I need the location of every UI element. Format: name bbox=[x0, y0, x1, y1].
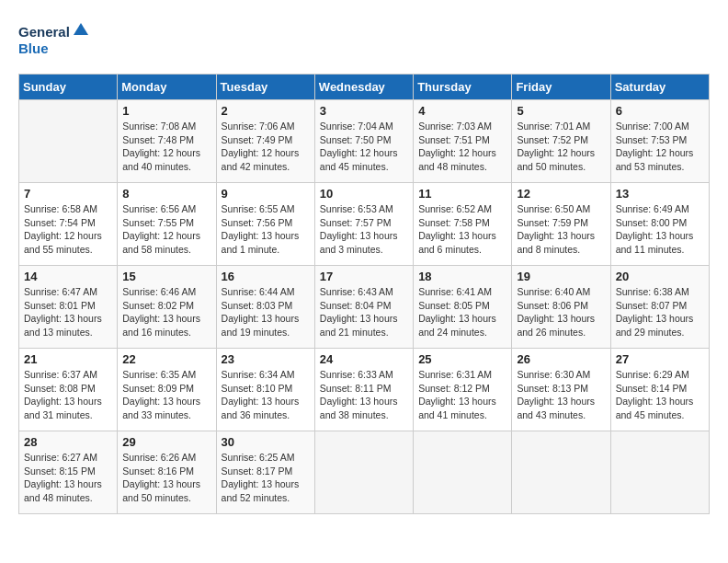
calendar-cell: 5Sunrise: 7:01 AM Sunset: 7:52 PM Daylig… bbox=[512, 100, 610, 183]
calendar-week-row: 21Sunrise: 6:37 AM Sunset: 8:08 PM Dayli… bbox=[19, 349, 710, 431]
day-number: 21 bbox=[24, 352, 112, 366]
day-info: Sunrise: 6:37 AM Sunset: 8:08 PM Dayligh… bbox=[24, 368, 112, 422]
day-info: Sunrise: 6:55 AM Sunset: 7:56 PM Dayligh… bbox=[222, 202, 310, 257]
calendar-cell: 25Sunrise: 6:31 AM Sunset: 8:12 PM Dayli… bbox=[414, 349, 512, 431]
day-number: 4 bbox=[418, 104, 506, 118]
calendar-cell: 29Sunrise: 6:26 AM Sunset: 8:16 PM Dayli… bbox=[118, 431, 216, 514]
page-header: General Blue bbox=[18, 18, 710, 64]
calendar-cell: 14Sunrise: 6:47 AM Sunset: 8:01 PM Dayli… bbox=[19, 266, 118, 349]
calendar-cell: 2Sunrise: 7:06 AM Sunset: 7:49 PM Daylig… bbox=[216, 100, 314, 183]
calendar-cell bbox=[314, 431, 413, 514]
calendar-cell: 15Sunrise: 6:46 AM Sunset: 8:02 PM Dayli… bbox=[118, 266, 216, 349]
day-number: 11 bbox=[418, 187, 506, 201]
calendar-cell: 10Sunrise: 6:53 AM Sunset: 7:57 PM Dayli… bbox=[314, 183, 413, 266]
day-number: 23 bbox=[222, 352, 310, 366]
day-number: 7 bbox=[24, 187, 112, 201]
day-number: 30 bbox=[222, 435, 310, 449]
calendar-table: SundayMondayTuesdayWednesdayThursdayFrid… bbox=[18, 74, 710, 514]
svg-text:General: General bbox=[18, 24, 70, 40]
day-number: 19 bbox=[517, 270, 605, 283]
calendar-week-row: 7Sunrise: 6:58 AM Sunset: 7:54 PM Daylig… bbox=[19, 183, 710, 266]
day-info: Sunrise: 6:26 AM Sunset: 8:16 PM Dayligh… bbox=[122, 451, 210, 505]
calendar-cell: 28Sunrise: 6:27 AM Sunset: 8:15 PM Dayli… bbox=[19, 431, 118, 514]
calendar-week-row: 14Sunrise: 6:47 AM Sunset: 8:01 PM Dayli… bbox=[19, 266, 710, 349]
weekday-header: Monday bbox=[118, 75, 216, 100]
day-number: 13 bbox=[616, 187, 704, 201]
weekday-header: Saturday bbox=[610, 75, 709, 100]
day-number: 26 bbox=[517, 352, 605, 366]
calendar-cell: 23Sunrise: 6:34 AM Sunset: 8:10 PM Dayli… bbox=[216, 349, 314, 431]
day-number: 27 bbox=[616, 352, 704, 366]
day-info: Sunrise: 6:46 AM Sunset: 8:02 PM Dayligh… bbox=[122, 285, 210, 339]
day-number: 14 bbox=[24, 270, 112, 283]
weekday-header: Wednesday bbox=[314, 75, 413, 100]
calendar-cell: 11Sunrise: 6:52 AM Sunset: 7:58 PM Dayli… bbox=[414, 183, 512, 266]
day-info: Sunrise: 6:40 AM Sunset: 8:06 PM Dayligh… bbox=[517, 285, 605, 339]
weekday-header: Friday bbox=[512, 75, 610, 100]
day-info: Sunrise: 6:44 AM Sunset: 8:03 PM Dayligh… bbox=[222, 285, 310, 339]
day-info: Sunrise: 6:52 AM Sunset: 7:58 PM Dayligh… bbox=[418, 202, 506, 257]
day-info: Sunrise: 7:00 AM Sunset: 7:53 PM Dayligh… bbox=[616, 120, 704, 174]
svg-text:Blue: Blue bbox=[18, 40, 49, 56]
calendar-cell: 21Sunrise: 6:37 AM Sunset: 8:08 PM Dayli… bbox=[19, 349, 118, 431]
day-info: Sunrise: 6:27 AM Sunset: 8:15 PM Dayligh… bbox=[24, 451, 112, 505]
calendar-cell: 27Sunrise: 6:29 AM Sunset: 8:14 PM Dayli… bbox=[610, 349, 709, 431]
calendar-cell bbox=[610, 431, 709, 514]
day-info: Sunrise: 6:56 AM Sunset: 7:55 PM Dayligh… bbox=[122, 202, 210, 257]
weekday-header: Tuesday bbox=[216, 75, 314, 100]
day-number: 1 bbox=[122, 104, 210, 118]
day-info: Sunrise: 6:43 AM Sunset: 8:04 PM Dayligh… bbox=[320, 285, 408, 339]
day-number: 24 bbox=[320, 352, 408, 366]
calendar-cell: 13Sunrise: 6:49 AM Sunset: 8:00 PM Dayli… bbox=[610, 183, 709, 266]
day-number: 6 bbox=[616, 104, 704, 118]
day-info: Sunrise: 6:38 AM Sunset: 8:07 PM Dayligh… bbox=[616, 285, 704, 339]
calendar-cell: 9Sunrise: 6:55 AM Sunset: 7:56 PM Daylig… bbox=[216, 183, 314, 266]
day-info: Sunrise: 6:47 AM Sunset: 8:01 PM Dayligh… bbox=[24, 285, 112, 339]
day-number: 25 bbox=[418, 352, 506, 366]
day-info: Sunrise: 6:49 AM Sunset: 8:00 PM Dayligh… bbox=[616, 202, 704, 257]
weekday-header-row: SundayMondayTuesdayWednesdayThursdayFrid… bbox=[19, 75, 710, 100]
calendar-cell: 3Sunrise: 7:04 AM Sunset: 7:50 PM Daylig… bbox=[314, 100, 413, 183]
calendar-cell: 6Sunrise: 7:00 AM Sunset: 7:53 PM Daylig… bbox=[610, 100, 709, 183]
day-number: 29 bbox=[122, 435, 210, 449]
day-info: Sunrise: 6:29 AM Sunset: 8:14 PM Dayligh… bbox=[616, 368, 704, 422]
calendar-cell bbox=[19, 100, 118, 183]
calendar-cell bbox=[414, 431, 512, 514]
calendar-cell: 26Sunrise: 6:30 AM Sunset: 8:13 PM Dayli… bbox=[512, 349, 610, 431]
day-number: 20 bbox=[616, 270, 704, 283]
day-number: 3 bbox=[320, 104, 408, 118]
calendar-cell: 20Sunrise: 6:38 AM Sunset: 8:07 PM Dayli… bbox=[610, 266, 709, 349]
weekday-header: Thursday bbox=[414, 75, 512, 100]
calendar-cell: 16Sunrise: 6:44 AM Sunset: 8:03 PM Dayli… bbox=[216, 266, 314, 349]
day-number: 5 bbox=[517, 104, 605, 118]
day-number: 22 bbox=[122, 352, 210, 366]
day-number: 2 bbox=[222, 104, 310, 118]
calendar-cell: 17Sunrise: 6:43 AM Sunset: 8:04 PM Dayli… bbox=[314, 266, 413, 349]
day-info: Sunrise: 6:25 AM Sunset: 8:17 PM Dayligh… bbox=[222, 451, 310, 505]
day-info: Sunrise: 6:58 AM Sunset: 7:54 PM Dayligh… bbox=[24, 202, 112, 257]
day-number: 9 bbox=[222, 187, 310, 201]
logo: General Blue bbox=[18, 18, 92, 64]
day-number: 12 bbox=[517, 187, 605, 201]
day-number: 18 bbox=[418, 270, 506, 283]
day-info: Sunrise: 6:31 AM Sunset: 8:12 PM Dayligh… bbox=[418, 368, 506, 422]
day-info: Sunrise: 6:41 AM Sunset: 8:05 PM Dayligh… bbox=[418, 285, 506, 339]
day-number: 8 bbox=[122, 187, 210, 201]
calendar-cell: 12Sunrise: 6:50 AM Sunset: 7:59 PM Dayli… bbox=[512, 183, 610, 266]
day-number: 16 bbox=[222, 270, 310, 283]
day-info: Sunrise: 6:33 AM Sunset: 8:11 PM Dayligh… bbox=[320, 368, 408, 422]
day-number: 10 bbox=[320, 187, 408, 201]
weekday-header: Sunday bbox=[19, 75, 118, 100]
day-info: Sunrise: 6:34 AM Sunset: 8:10 PM Dayligh… bbox=[222, 368, 310, 422]
day-info: Sunrise: 7:01 AM Sunset: 7:52 PM Dayligh… bbox=[517, 120, 605, 174]
calendar-cell: 30Sunrise: 6:25 AM Sunset: 8:17 PM Dayli… bbox=[216, 431, 314, 514]
calendar-cell: 19Sunrise: 6:40 AM Sunset: 8:06 PM Dayli… bbox=[512, 266, 610, 349]
calendar-week-row: 28Sunrise: 6:27 AM Sunset: 8:15 PM Dayli… bbox=[19, 431, 710, 514]
calendar-cell: 24Sunrise: 6:33 AM Sunset: 8:11 PM Dayli… bbox=[314, 349, 413, 431]
calendar-cell: 1Sunrise: 7:08 AM Sunset: 7:48 PM Daylig… bbox=[118, 100, 216, 183]
calendar-cell: 8Sunrise: 6:56 AM Sunset: 7:55 PM Daylig… bbox=[118, 183, 216, 266]
day-number: 17 bbox=[320, 270, 408, 283]
day-info: Sunrise: 7:04 AM Sunset: 7:50 PM Dayligh… bbox=[320, 120, 408, 174]
day-info: Sunrise: 6:53 AM Sunset: 7:57 PM Dayligh… bbox=[320, 202, 408, 257]
calendar-cell bbox=[512, 431, 610, 514]
